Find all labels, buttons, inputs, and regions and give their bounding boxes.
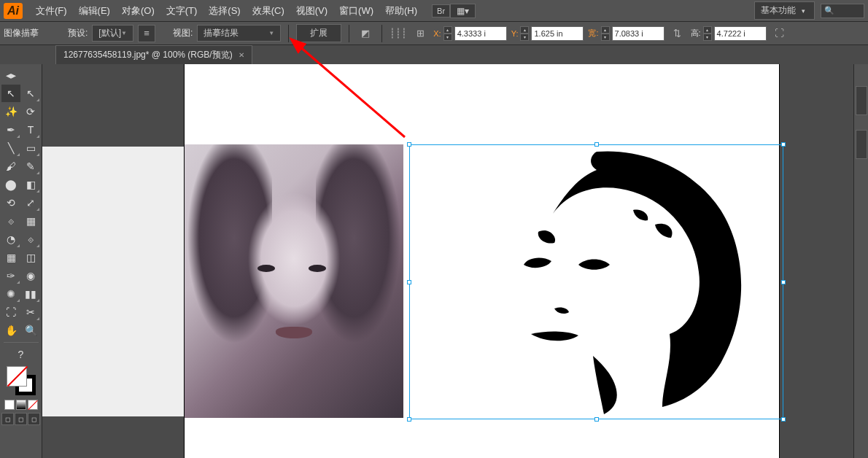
dock-tab-1[interactable]: [856, 86, 867, 115]
context-label: 图像描摹: [4, 27, 39, 39]
w-field: 宽: ▴▾ 7.0833 i: [588, 26, 664, 41]
symbol-sprayer-tool[interactable]: ✺: [1, 285, 20, 303]
link-wh-icon[interactable]: ⇅: [669, 25, 686, 42]
menu-object[interactable]: 对象(O): [116, 4, 160, 18]
mask-icon[interactable]: ◩: [357, 25, 374, 42]
selection-tool[interactable]: ↖: [1, 85, 20, 102]
workspace-switcher[interactable]: 基本功能: [754, 1, 815, 20]
view-dropdown[interactable]: 描摹结果▼: [197, 25, 281, 42]
menu-type[interactable]: 文字(T): [160, 4, 204, 18]
menu-effect[interactable]: 效果(C): [247, 4, 290, 18]
toolbox: ◂▸ ↖ ↖ ✨ ⟳ ✒ T ╲ ▭ 🖌 ✎ ⬤ ◧ ⟲ ⤢ ⟐ ▦ ◔ ⟐ ▦…: [0, 64, 42, 458]
fill-swatch[interactable]: [7, 366, 27, 387]
color-gradient[interactable]: [16, 400, 26, 410]
lasso-tool[interactable]: ⟳: [21, 103, 40, 120]
eyedropper-tool[interactable]: ✑: [1, 267, 20, 284]
rotate-tool[interactable]: ⟲: [1, 194, 20, 211]
divider: [4, 342, 39, 343]
column-graph-tool[interactable]: ▮▮: [21, 285, 40, 303]
zoom-tool[interactable]: 🔍: [21, 322, 40, 339]
handle-bl[interactable]: [407, 417, 411, 422]
free-transform-tool[interactable]: ▦: [21, 212, 40, 230]
separator: [381, 25, 382, 42]
slice-tool[interactable]: ✂: [21, 303, 40, 321]
width-tool[interactable]: ⟐: [1, 212, 20, 230]
color-none[interactable]: [28, 400, 38, 410]
artboard-tool[interactable]: ⛶: [1, 303, 20, 321]
menu-view[interactable]: 视图(V): [290, 4, 333, 18]
blob-brush-tool[interactable]: ⬤: [1, 176, 20, 193]
handle-br[interactable]: [781, 417, 786, 422]
draw-inside[interactable]: ◻: [28, 413, 40, 425]
w-input[interactable]: 7.0833 i: [612, 26, 664, 41]
placed-raster-image[interactable]: [185, 144, 403, 418]
shape-builder-tool[interactable]: ◔: [1, 230, 20, 248]
h-spinner[interactable]: ▴▾: [703, 26, 712, 41]
handle-b[interactable]: [594, 417, 599, 422]
toggle-fill-stroke[interactable]: ?: [12, 346, 31, 363]
view-label: 视图:: [173, 27, 193, 39]
align-icon[interactable]: ┊┊┊: [390, 25, 407, 42]
menu-file[interactable]: 文件(F): [30, 4, 73, 18]
handle-tr[interactable]: [781, 142, 786, 147]
preset-label: 预设:: [68, 27, 88, 39]
direct-selection-tool[interactable]: ↖: [21, 85, 40, 102]
document-tab[interactable]: 12677635458119.jpg* @ 100% (RGB/预览) ✕: [55, 45, 252, 64]
handle-t[interactable]: [594, 142, 599, 147]
pencil-tool[interactable]: ✎: [21, 158, 40, 175]
tool-collapse[interactable]: ◂▸: [1, 66, 20, 84]
transform-ref-icon[interactable]: ⊞: [411, 25, 429, 42]
dock-tab-2[interactable]: [856, 130, 867, 159]
handle-l[interactable]: [407, 280, 411, 284]
handle-r[interactable]: [781, 280, 786, 284]
y-spinner[interactable]: ▴▾: [520, 26, 529, 41]
eraser-tool[interactable]: ◧: [21, 176, 40, 193]
y-input[interactable]: 1.625 in: [531, 26, 584, 41]
x-spinner[interactable]: ▴▾: [443, 26, 452, 41]
arrange-docs-icon[interactable]: ▦▾: [450, 4, 476, 18]
line-tool[interactable]: ╲: [1, 139, 20, 157]
rectangle-tool[interactable]: ▭: [21, 139, 40, 157]
blend-tool[interactable]: ◉: [21, 267, 40, 284]
view-value: 描摹结果: [204, 27, 239, 39]
color-solid[interactable]: [4, 400, 15, 410]
color-mode-row: [4, 400, 38, 410]
separator: [349, 25, 349, 42]
draw-normal[interactable]: ◻: [1, 413, 14, 425]
pen-tool[interactable]: ✒: [1, 121, 20, 139]
close-icon[interactable]: ✕: [239, 51, 244, 59]
w-label: 宽:: [588, 28, 598, 39]
menu-bar: Ai 文件(F) 编辑(E) 对象(O) 文字(T) 选择(S) 效果(C) 视…: [0, 0, 868, 22]
preset-value: [默认]: [98, 27, 121, 39]
gradient-tool[interactable]: ◫: [21, 249, 40, 266]
menu-select[interactable]: 选择(S): [203, 4, 246, 18]
y-label: Y:: [511, 29, 519, 38]
x-input[interactable]: 4.3333 i: [454, 26, 507, 41]
type-tool[interactable]: T: [21, 121, 40, 139]
bridge-icon[interactable]: Br: [432, 4, 450, 18]
magic-wand-tool[interactable]: ✨: [1, 103, 20, 120]
draw-behind[interactable]: ◻: [15, 413, 27, 425]
trace-panel-icon[interactable]: ≡: [138, 25, 155, 42]
x-field: X: ▴▾ 4.3333 i: [433, 26, 506, 41]
menu-window[interactable]: 窗口(W): [333, 4, 379, 18]
paintbrush-tool[interactable]: 🖌: [1, 158, 20, 175]
selection-bounding-box[interactable]: [409, 144, 783, 419]
right-panel-dock: [853, 64, 868, 458]
scale-tool[interactable]: ⤢: [21, 194, 40, 211]
canvas[interactable]: [42, 64, 853, 458]
handle-tl[interactable]: [407, 142, 411, 147]
preset-dropdown[interactable]: [默认]▼: [92, 25, 133, 42]
menu-help[interactable]: 帮助(H): [379, 4, 423, 18]
perspective-grid-tool[interactable]: ⟐: [21, 230, 40, 248]
fill-stroke-proxy[interactable]: [7, 366, 36, 395]
expand-button[interactable]: 扩展: [296, 24, 341, 42]
constrain-icon[interactable]: ⛶: [771, 25, 788, 42]
document-tab-title: 12677635458119.jpg* @ 100% (RGB/预览): [63, 49, 233, 61]
mesh-tool[interactable]: ▦: [1, 249, 20, 266]
menu-edit[interactable]: 编辑(E): [73, 4, 116, 18]
search-input[interactable]: 🔍: [821, 4, 864, 18]
w-spinner[interactable]: ▴▾: [601, 26, 610, 41]
hand-tool[interactable]: ✋: [1, 322, 20, 339]
h-input[interactable]: 4.7222 i: [714, 26, 767, 41]
